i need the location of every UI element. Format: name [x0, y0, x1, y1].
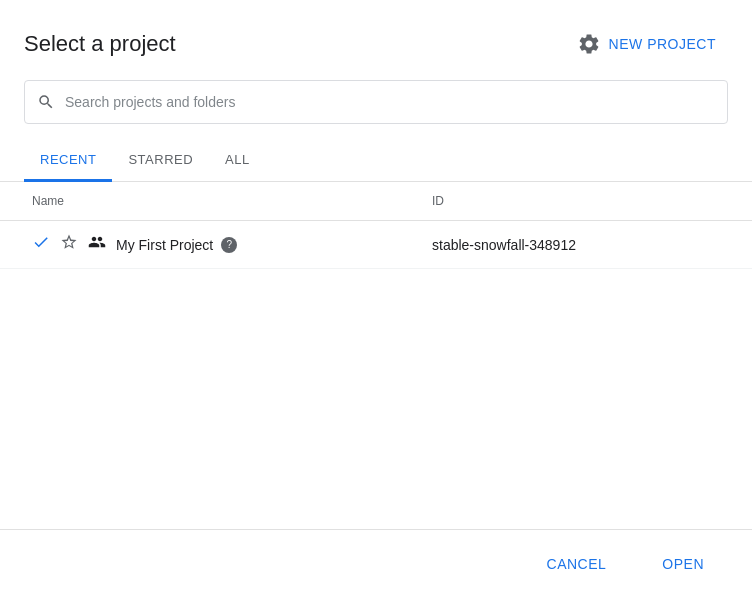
settings-icon — [577, 32, 601, 56]
table-container: Name ID My — [0, 182, 752, 529]
dialog-header: Select a project NEW PROJECT — [0, 0, 752, 80]
tab-recent[interactable]: RECENT — [24, 140, 112, 182]
col-header-id: ID — [424, 190, 728, 212]
help-icon[interactable]: ? — [221, 237, 237, 253]
project-name: My First Project — [116, 237, 213, 253]
dialog-title: Select a project — [24, 31, 176, 57]
select-project-dialog: Select a project NEW PROJECT RECENT STAR… — [0, 0, 752, 598]
search-wrapper — [24, 80, 728, 124]
people-icon — [88, 233, 108, 256]
row-id-cell: stable-snowfall-348912 — [424, 237, 728, 253]
search-container — [0, 80, 752, 124]
open-button[interactable]: OPEN — [638, 546, 728, 582]
cancel-button[interactable]: CANCEL — [523, 546, 631, 582]
row-name-cell: My First Project ? — [24, 233, 424, 256]
search-input[interactable] — [65, 94, 715, 110]
table-row[interactable]: My First Project ? stable-snowfall-34891… — [0, 221, 752, 269]
star-icon[interactable] — [60, 233, 80, 256]
col-header-name: Name — [24, 190, 424, 212]
search-icon — [37, 93, 55, 111]
tab-all[interactable]: ALL — [209, 140, 266, 182]
tab-starred[interactable]: STARRED — [112, 140, 209, 182]
new-project-button[interactable]: NEW PROJECT — [565, 24, 728, 64]
dialog-footer: CANCEL OPEN — [0, 529, 752, 598]
table-header: Name ID — [0, 182, 752, 221]
new-project-label: NEW PROJECT — [609, 36, 716, 52]
check-icon — [32, 233, 52, 256]
tabs-container: RECENT STARRED ALL — [0, 140, 752, 182]
